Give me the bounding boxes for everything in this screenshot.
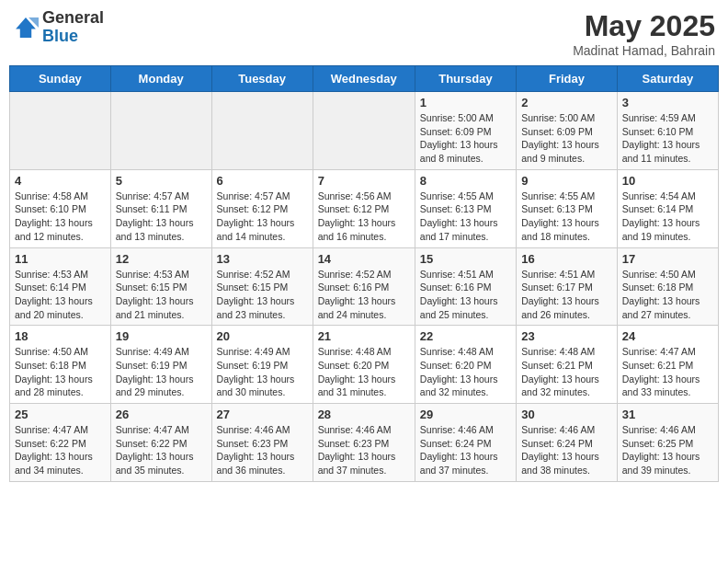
day-number: 21 [318, 329, 410, 343]
day-detail: Sunrise: 4:51 AM Sunset: 6:16 PM Dayligh… [420, 268, 511, 322]
calendar-cell: 16Sunrise: 4:51 AM Sunset: 6:17 PM Dayli… [517, 247, 618, 326]
day-detail: Sunrise: 4:52 AM Sunset: 6:15 PM Dayligh… [217, 268, 308, 322]
day-number: 12 [116, 252, 207, 266]
calendar-cell: 17Sunrise: 4:50 AM Sunset: 6:18 PM Dayli… [617, 247, 718, 326]
day-number: 1 [420, 96, 511, 109]
calendar-cell: 23Sunrise: 4:48 AM Sunset: 6:21 PM Dayli… [517, 326, 618, 404]
day-number: 19 [116, 329, 207, 343]
day-number: 29 [420, 408, 511, 421]
calendar-cell: 24Sunrise: 4:47 AM Sunset: 6:21 PM Dayli… [617, 326, 718, 404]
day-number: 16 [521, 252, 612, 266]
calendar-week-row: 11Sunrise: 4:53 AM Sunset: 6:14 PM Dayli… [10, 247, 719, 326]
calendar-cell: 25Sunrise: 4:47 AM Sunset: 6:22 PM Dayli… [10, 404, 111, 482]
calendar-cell: 13Sunrise: 4:52 AM Sunset: 6:15 PM Dayli… [211, 247, 313, 326]
calendar-cell: 19Sunrise: 4:49 AM Sunset: 6:19 PM Dayli… [110, 326, 211, 404]
day-number: 4 [15, 174, 106, 188]
calendar-cell: 2Sunrise: 5:00 AM Sunset: 6:09 PM Daylig… [517, 92, 618, 170]
day-number: 15 [420, 252, 511, 266]
day-number: 23 [521, 329, 612, 343]
calendar-cell: 4Sunrise: 4:58 AM Sunset: 6:10 PM Daylig… [10, 169, 111, 247]
day-detail: Sunrise: 5:00 AM Sunset: 6:09 PM Dayligh… [420, 111, 511, 166]
weekday-header: Friday [517, 66, 618, 92]
day-number: 20 [217, 329, 308, 343]
calendar-cell: 6Sunrise: 4:57 AM Sunset: 6:12 PM Daylig… [211, 169, 313, 247]
calendar-cell: 9Sunrise: 4:55 AM Sunset: 6:13 PM Daylig… [517, 169, 618, 247]
calendar-week-row: 18Sunrise: 4:50 AM Sunset: 6:18 PM Dayli… [10, 326, 719, 404]
calendar-cell: 14Sunrise: 4:52 AM Sunset: 6:16 PM Dayli… [313, 247, 415, 326]
calendar-cell: 10Sunrise: 4:54 AM Sunset: 6:14 PM Dayli… [617, 169, 718, 247]
day-detail: Sunrise: 4:47 AM Sunset: 6:21 PM Dayligh… [622, 345, 713, 399]
calendar-cell [211, 92, 313, 170]
calendar-cell: 22Sunrise: 4:48 AM Sunset: 6:20 PM Dayli… [415, 326, 516, 404]
calendar-cell [110, 92, 211, 170]
weekday-header-row: SundayMondayTuesdayWednesdayThursdayFrid… [10, 66, 719, 92]
calendar-cell: 26Sunrise: 4:47 AM Sunset: 6:22 PM Dayli… [110, 404, 211, 482]
calendar-table: SundayMondayTuesdayWednesdayThursdayFrid… [9, 65, 719, 482]
title-block: May 2025 Madinat Hamad, Bahrain [573, 9, 715, 58]
day-detail: Sunrise: 4:47 AM Sunset: 6:22 PM Dayligh… [15, 423, 106, 477]
logo-icon [13, 15, 39, 40]
day-number: 3 [622, 96, 713, 109]
day-number: 11 [15, 252, 106, 266]
day-detail: Sunrise: 4:46 AM Sunset: 6:24 PM Dayligh… [521, 423, 612, 477]
weekday-header: Thursday [415, 66, 516, 92]
day-detail: Sunrise: 4:59 AM Sunset: 6:10 PM Dayligh… [622, 111, 713, 166]
day-number: 14 [318, 252, 410, 266]
calendar-cell: 3Sunrise: 4:59 AM Sunset: 6:10 PM Daylig… [617, 92, 718, 170]
calendar-cell [313, 92, 415, 170]
calendar-week-row: 4Sunrise: 4:58 AM Sunset: 6:10 PM Daylig… [10, 169, 719, 247]
page-header: General Blue May 2025 Madinat Hamad, Bah… [9, 9, 719, 58]
day-detail: Sunrise: 4:46 AM Sunset: 6:23 PM Dayligh… [217, 423, 308, 477]
day-detail: Sunrise: 4:54 AM Sunset: 6:14 PM Dayligh… [622, 190, 713, 244]
day-detail: Sunrise: 4:50 AM Sunset: 6:18 PM Dayligh… [15, 345, 106, 399]
day-number: 10 [622, 174, 713, 188]
calendar-cell: 21Sunrise: 4:48 AM Sunset: 6:20 PM Dayli… [313, 326, 415, 404]
day-number: 24 [622, 329, 713, 343]
calendar-cell: 7Sunrise: 4:56 AM Sunset: 6:12 PM Daylig… [313, 169, 415, 247]
day-number: 9 [521, 174, 612, 188]
calendar-cell [10, 92, 111, 170]
day-detail: Sunrise: 4:55 AM Sunset: 6:13 PM Dayligh… [521, 190, 612, 244]
day-detail: Sunrise: 4:48 AM Sunset: 6:21 PM Dayligh… [521, 345, 612, 399]
day-detail: Sunrise: 4:49 AM Sunset: 6:19 PM Dayligh… [217, 345, 308, 399]
day-number: 17 [622, 252, 713, 266]
calendar-cell: 1Sunrise: 5:00 AM Sunset: 6:09 PM Daylig… [415, 92, 516, 170]
day-detail: Sunrise: 4:58 AM Sunset: 6:10 PM Dayligh… [15, 190, 106, 244]
weekday-header: Monday [110, 66, 211, 92]
day-detail: Sunrise: 4:46 AM Sunset: 6:23 PM Dayligh… [318, 423, 410, 477]
day-number: 5 [116, 174, 207, 188]
day-detail: Sunrise: 4:57 AM Sunset: 6:12 PM Dayligh… [217, 190, 308, 244]
day-number: 26 [116, 408, 207, 421]
day-detail: Sunrise: 4:56 AM Sunset: 6:12 PM Dayligh… [318, 190, 410, 244]
logo-general-text: General [42, 8, 104, 27]
day-number: 28 [318, 408, 410, 421]
calendar-cell: 29Sunrise: 4:46 AM Sunset: 6:24 PM Dayli… [415, 404, 516, 482]
logo-blue-text: Blue [42, 27, 78, 45]
day-detail: Sunrise: 4:48 AM Sunset: 6:20 PM Dayligh… [318, 345, 410, 399]
calendar-week-row: 25Sunrise: 4:47 AM Sunset: 6:22 PM Dayli… [10, 404, 719, 482]
day-detail: Sunrise: 4:50 AM Sunset: 6:18 PM Dayligh… [622, 268, 713, 322]
calendar-cell: 27Sunrise: 4:46 AM Sunset: 6:23 PM Dayli… [211, 404, 313, 482]
day-number: 8 [420, 174, 511, 188]
day-detail: Sunrise: 4:53 AM Sunset: 6:14 PM Dayligh… [15, 268, 106, 322]
day-detail: Sunrise: 4:46 AM Sunset: 6:24 PM Dayligh… [420, 423, 511, 477]
weekday-header: Saturday [617, 66, 718, 92]
day-number: 31 [622, 408, 713, 421]
calendar-cell: 28Sunrise: 4:46 AM Sunset: 6:23 PM Dayli… [313, 404, 415, 482]
calendar-cell: 18Sunrise: 4:50 AM Sunset: 6:18 PM Dayli… [10, 326, 111, 404]
calendar-week-row: 1Sunrise: 5:00 AM Sunset: 6:09 PM Daylig… [10, 92, 719, 170]
day-number: 13 [217, 252, 308, 266]
day-number: 25 [15, 408, 106, 421]
calendar-cell: 31Sunrise: 4:46 AM Sunset: 6:25 PM Dayli… [617, 404, 718, 482]
weekday-header: Wednesday [313, 66, 415, 92]
calendar-location: Madinat Hamad, Bahrain [573, 43, 715, 58]
day-detail: Sunrise: 4:49 AM Sunset: 6:19 PM Dayligh… [116, 345, 207, 399]
day-detail: Sunrise: 4:52 AM Sunset: 6:16 PM Dayligh… [318, 268, 410, 322]
calendar-cell: 11Sunrise: 4:53 AM Sunset: 6:14 PM Dayli… [10, 247, 111, 326]
calendar-cell: 12Sunrise: 4:53 AM Sunset: 6:15 PM Dayli… [110, 247, 211, 326]
day-detail: Sunrise: 4:51 AM Sunset: 6:17 PM Dayligh… [521, 268, 612, 322]
calendar-title: May 2025 [573, 9, 715, 43]
day-detail: Sunrise: 4:57 AM Sunset: 6:11 PM Dayligh… [116, 190, 207, 244]
day-number: 7 [318, 174, 410, 188]
day-number: 18 [15, 329, 106, 343]
